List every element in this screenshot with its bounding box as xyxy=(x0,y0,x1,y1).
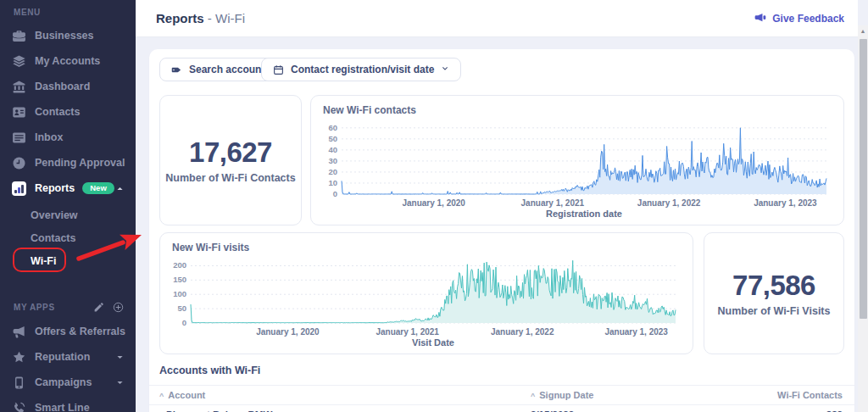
bar-chart-icon xyxy=(12,181,26,196)
svg-text:20: 20 xyxy=(328,167,337,176)
sidebar-item-reports[interactable]: ReportsNew xyxy=(0,175,136,201)
wifi-contacts-chart: 0102030405060January 1, 2020January 1, 2… xyxy=(311,116,843,220)
clock-icon xyxy=(12,156,26,170)
sidebar-subitem-wi-fi[interactable]: Wi-Fi xyxy=(0,249,136,272)
sidebar-item-offers-referrals[interactable]: Offers & Referrals xyxy=(0,319,136,344)
wifi-contacts-chart-card: New Wi-Fi contacts 0102030405060January … xyxy=(310,95,844,225)
menu-list: BusinessesMy AccountsDashboardContactsIn… xyxy=(0,23,136,272)
sidebar-item-businesses[interactable]: Businesses xyxy=(0,23,136,48)
sidebar-item-pending-approval[interactable]: Pending Approval xyxy=(0,150,136,175)
reports-sub-list: OverviewContactsWi-Fi xyxy=(0,203,136,272)
my-apps-label: MY APPS xyxy=(14,303,93,312)
svg-text:January 1, 2023: January 1, 2023 xyxy=(754,198,817,208)
content: Search accounts Contact registration/vis… xyxy=(136,37,858,412)
svg-text:January 1, 2020: January 1, 2020 xyxy=(402,198,465,208)
date-filter-dropdown[interactable]: Contact registration/visit date xyxy=(261,58,461,81)
accounts-table-title: Accounts with Wi-Fi xyxy=(149,359,854,385)
star-icon xyxy=(12,350,26,365)
page-title: Reports - Wi-Fi xyxy=(156,11,245,25)
svg-text:January 1, 2020: January 1, 2020 xyxy=(256,327,320,337)
wifi-contacts-stat-card: 17,627 Number of Wi-Fi Contacts xyxy=(159,95,302,225)
chevron-down-icon xyxy=(441,64,449,75)
wifi-visits-label: Number of Wi-Fi Visits xyxy=(717,305,830,317)
accounts-table-body: Pinecrest Bakery BMW2/15/2022882 xyxy=(149,405,854,412)
svg-text:Visit Date: Visit Date xyxy=(412,337,454,348)
my-apps-section-header: MY APPS xyxy=(0,294,136,313)
svg-text:10: 10 xyxy=(328,178,337,187)
svg-text:50: 50 xyxy=(328,134,337,143)
svg-text:150: 150 xyxy=(173,275,186,284)
sidebar-item-inbox[interactable]: Inbox xyxy=(0,125,136,150)
svg-text:January 1, 2021: January 1, 2021 xyxy=(376,327,439,337)
briefcase-icon xyxy=(12,29,26,43)
column-header-wi-fi-contacts: Wi-Fi Contacts xyxy=(777,390,843,400)
sidebar-subitem-contacts[interactable]: Contacts xyxy=(0,226,136,249)
sidebar-subitem-label: Overview xyxy=(31,209,78,221)
phone-wave-icon xyxy=(12,401,26,412)
sidebar-item-label: Reports xyxy=(35,182,75,194)
sidebar-item-label: Offers & Referrals xyxy=(35,326,125,337)
sidebar-item-campaigns[interactable]: Campaigns xyxy=(0,370,136,395)
sort-caret-icon: ^ xyxy=(531,392,535,400)
my-apps-list: Offers & ReferralsReputationCampaignsSma… xyxy=(0,319,136,412)
wifi-visits-count: 77,586 xyxy=(732,270,815,302)
give-feedback-link[interactable]: Give Feedback xyxy=(754,13,844,25)
svg-text:40: 40 xyxy=(328,145,337,154)
mobile-icon xyxy=(12,376,26,390)
svg-text:January 1, 2022: January 1, 2022 xyxy=(491,327,554,337)
layers-icon xyxy=(12,54,26,69)
edit-apps-icon[interactable] xyxy=(93,302,104,313)
sidebar-item-label: Contacts xyxy=(35,106,80,118)
sidebar-item-label: Businesses xyxy=(35,30,93,42)
sidebar-item-label: Inbox xyxy=(35,131,63,143)
sidebar: MENU BusinessesMy AccountsDashboardConta… xyxy=(0,0,136,412)
sidebar-item-label: Smart Line xyxy=(35,402,90,412)
sidebar-item-label: My Accounts xyxy=(35,55,100,67)
svg-text:January 1, 2023: January 1, 2023 xyxy=(604,327,668,337)
sidebar-item-label: Pending Approval xyxy=(35,157,125,169)
svg-text:0: 0 xyxy=(182,318,186,327)
new-badge: New xyxy=(82,182,114,195)
svg-text:Registration date: Registration date xyxy=(546,209,622,219)
sidebar-item-reputation[interactable]: Reputation xyxy=(0,344,136,370)
svg-text:30: 30 xyxy=(328,156,337,165)
sidebar-subitem-label: Contacts xyxy=(31,232,75,244)
scrollbar-thumb[interactable] xyxy=(860,39,867,319)
table-row[interactable]: Pinecrest Bakery BMW2/15/2022882 xyxy=(149,405,854,412)
scrollbar-track[interactable]: ▲ xyxy=(858,25,868,412)
sidebar-item-contacts[interactable]: Contacts xyxy=(0,99,136,125)
wifi-contacts-label: Number of Wi-Fi Contacts xyxy=(165,172,295,184)
contact-card-icon xyxy=(12,105,26,120)
page-title-subsection: - Wi-Fi xyxy=(208,11,245,25)
column-header-label: Signup Date xyxy=(539,390,593,400)
column-header-signup-date[interactable]: ^Signup Date xyxy=(531,390,593,400)
sidebar-item-dashboard[interactable]: Dashboard xyxy=(0,74,136,99)
wifi-visits-chart: 050100150200January 1, 2020January 1, 20… xyxy=(160,253,693,348)
sidebar-item-my-accounts[interactable]: My Accounts xyxy=(0,48,136,74)
svg-text:200: 200 xyxy=(173,260,186,270)
column-header-label: Wi-Fi Contacts xyxy=(777,390,843,400)
megaphone-icon xyxy=(754,13,766,24)
sidebar-subitem-label: Wi-Fi xyxy=(31,255,56,267)
megaphone-icon xyxy=(12,325,26,339)
column-header-account[interactable]: ^Account xyxy=(159,390,205,400)
page-scrollbar[interactable]: ▲ xyxy=(858,0,868,412)
wifi-visits-chart-title: New Wi-Fi visits xyxy=(160,233,693,253)
sidebar-item-label: Campaigns xyxy=(35,376,92,388)
sidebar-item-label: Dashboard xyxy=(35,81,90,92)
sort-caret-icon: ^ xyxy=(159,392,164,400)
calendar-icon xyxy=(273,64,284,75)
sidebar-subitem-overview[interactable]: Overview xyxy=(0,203,136,226)
sidebar-item-smart-line[interactable]: Smart Line xyxy=(0,395,136,412)
column-header-label: Account xyxy=(168,390,205,400)
svg-text:100: 100 xyxy=(173,289,186,298)
svg-text:0: 0 xyxy=(333,189,337,198)
sidebar-item-label: Reputation xyxy=(35,351,90,363)
chevron-down-icon xyxy=(116,379,124,387)
accounts-table: Accounts with Wi-Fi ^Account^Signup Date… xyxy=(149,359,854,412)
chevron-down-icon xyxy=(116,354,124,361)
main-area: Reports - Wi-Fi Give Feedback Search acc… xyxy=(136,0,858,412)
scrollbar-up-arrow[interactable]: ▲ xyxy=(858,28,868,34)
add-app-icon[interactable] xyxy=(113,302,124,313)
account-tag-icon xyxy=(171,64,182,75)
